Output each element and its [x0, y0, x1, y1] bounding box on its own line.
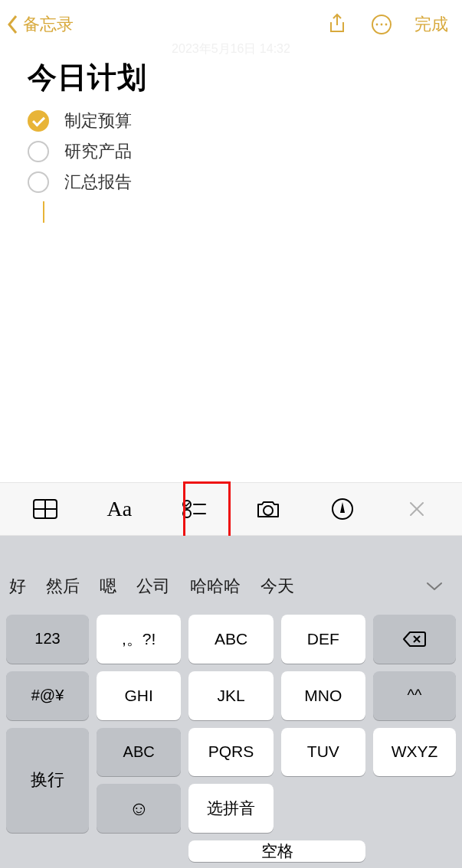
done-button[interactable]: 完成 — [414, 13, 448, 36]
key-ghi[interactable]: GHI — [97, 671, 181, 720]
checklist-text[interactable]: 汇总报告 — [64, 171, 132, 194]
candidate-word[interactable]: 今天 — [260, 575, 294, 598]
note-title[interactable]: 今日计划 — [28, 58, 437, 97]
key-abc2[interactable]: ABC — [188, 615, 273, 664]
key-punct[interactable]: ,。?! — [97, 615, 181, 664]
svg-point-3 — [385, 24, 388, 26]
candidate-word[interactable]: 公司 — [136, 575, 170, 598]
key-123[interactable]: 123 — [6, 615, 89, 664]
checklist-text[interactable]: 制定预算 — [64, 109, 132, 132]
more-icon[interactable] — [370, 13, 393, 36]
candidate-row: 好然后嗯公司哈哈哈今天 — [0, 564, 462, 609]
format-toolbar: Aa — [0, 482, 462, 536]
key-mno[interactable]: MNO — [281, 671, 365, 720]
text-format-icon[interactable]: Aa — [97, 490, 143, 528]
candidate-area: 好然后嗯公司哈哈哈今天 — [0, 536, 462, 609]
checklist-row[interactable]: 制定预算 — [28, 109, 437, 132]
candidate-word[interactable]: 好 — [9, 575, 26, 598]
svg-point-11 — [264, 506, 273, 515]
close-icon[interactable] — [394, 490, 440, 528]
key-pqrs[interactable]: PQRS — [188, 728, 273, 777]
camera-icon[interactable] — [245, 490, 291, 528]
checklist-icon[interactable] — [171, 490, 217, 528]
checkbox[interactable] — [28, 171, 49, 193]
candidate-toggle[interactable] — [414, 566, 454, 606]
svg-point-2 — [381, 24, 383, 26]
key-space[interactable]: 空格 — [188, 840, 365, 862]
checklist-row[interactable]: 研究产品 — [28, 140, 437, 163]
key-symbols[interactable]: #@¥ — [6, 671, 89, 720]
key-abc-mode[interactable]: ABC — [97, 728, 181, 777]
key-emoji[interactable]: ☺ — [97, 784, 181, 833]
key-wxyz[interactable]: WXYZ — [373, 728, 456, 777]
candidate-word[interactable]: 哈哈哈 — [190, 575, 241, 598]
key-tuv[interactable]: TUV — [281, 728, 365, 777]
table-icon[interactable] — [22, 490, 68, 528]
svg-point-1 — [376, 24, 378, 26]
checklist-text[interactable]: 研究产品 — [64, 140, 132, 163]
key-kaomoji[interactable]: ^^ — [373, 671, 456, 720]
share-icon[interactable] — [326, 13, 349, 36]
candidate-word[interactable]: 然后 — [46, 575, 80, 598]
key-jkl[interactable]: JKL — [188, 671, 273, 720]
candidate-word[interactable]: 嗯 — [100, 575, 116, 598]
nav-right: 完成 — [326, 13, 448, 36]
key-pinyin[interactable]: 选拼音 — [188, 784, 273, 833]
back-button[interactable]: 备忘录 — [6, 13, 74, 36]
checkbox[interactable] — [28, 110, 49, 132]
back-label: 备忘录 — [23, 13, 74, 36]
note-body[interactable]: 今日计划 制定预算研究产品汇总报告 — [0, 49, 462, 223]
text-cursor — [43, 201, 44, 223]
key-def[interactable]: DEF — [281, 615, 365, 664]
keyboard: 123 ,。?! ABC DEF #@¥ GHI JKL MNO ^^ ABC … — [0, 609, 462, 868]
svg-point-9 — [183, 510, 191, 517]
checklist-row[interactable]: 汇总报告 — [28, 171, 437, 194]
key-backspace[interactable] — [373, 615, 456, 664]
key-enter[interactable]: 换行 — [6, 728, 89, 834]
navbar: 备忘录 完成 — [0, 0, 462, 49]
markup-icon[interactable] — [319, 490, 365, 528]
checkbox[interactable] — [28, 141, 49, 162]
